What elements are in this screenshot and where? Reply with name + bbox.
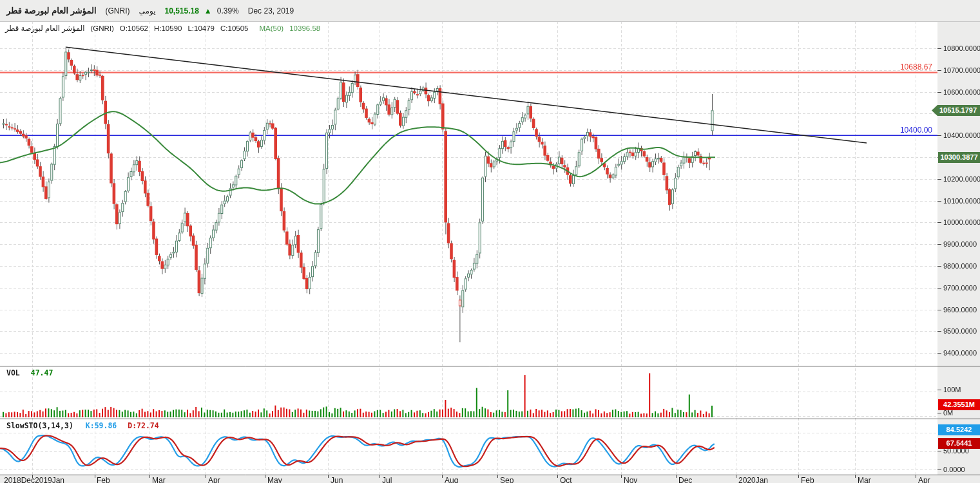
time-axis-month-label: Jul bbox=[382, 476, 392, 483]
volume-indicator-label[interactable]: VOL 47.47 bbox=[6, 368, 53, 377]
price-axis-label: 9400.0000 bbox=[937, 349, 977, 357]
sto-d-tag: 67.5441 bbox=[938, 438, 980, 449]
up-arrow-icon: ▲ bbox=[204, 6, 212, 15]
legend-open: O:10562 bbox=[120, 24, 148, 32]
time-axis-month-label: Oct bbox=[560, 476, 572, 483]
price-axis-label: 10800.0000 bbox=[937, 44, 980, 52]
header-bar: المؤشر العام لبورصة قطر (GNRI) يومي 10,5… bbox=[0, 0, 980, 21]
legend-ma-value: 10396.58 bbox=[289, 24, 320, 32]
instrument-symbol: (GNRI) bbox=[106, 6, 130, 15]
sto-indicator-label[interactable]: SlowSTO(3,14,3) K:59.86 D:72.74 bbox=[6, 421, 159, 430]
time-axis-month-label: 2018Dec bbox=[4, 476, 35, 483]
time-axis-month-label: 2019Jan bbox=[35, 476, 64, 483]
legend-title: المؤشر العام لبورصة قطر bbox=[5, 24, 84, 33]
sto-k-tag: 84.5242 bbox=[938, 424, 980, 435]
legend-high: H:10590 bbox=[154, 24, 182, 32]
sto-d-value: D:72.74 bbox=[128, 421, 159, 430]
price-axis-label: 10700.0000 bbox=[937, 66, 980, 74]
legend-close: C:10505 bbox=[220, 24, 248, 32]
price-axis-label: 10000.0000 bbox=[937, 218, 980, 226]
volume-value-tag: 42.3551M bbox=[938, 399, 980, 410]
instrument-title: المؤشر العام لبورصة قطر bbox=[6, 6, 97, 15]
price-axis-label: 10200.0000 bbox=[937, 175, 980, 183]
time-axis-month-label: Nov bbox=[624, 476, 637, 483]
time-axis-month-label: Feb bbox=[97, 476, 110, 483]
sto-k-value: K:59.86 bbox=[86, 421, 117, 430]
change-percent: 0.39% bbox=[217, 6, 239, 15]
last-price: 10,515.18 bbox=[164, 6, 198, 15]
volume-axis-label: 100M bbox=[937, 386, 961, 393]
legend-ma-label[interactable]: MA(50) bbox=[260, 24, 284, 32]
price-axis-label: 10600.0000 bbox=[937, 88, 980, 96]
time-axis-month-label: May bbox=[267, 476, 282, 483]
quote-date: Dec 23, 2019 bbox=[248, 6, 294, 15]
time-axis-month-label: Aug bbox=[445, 476, 458, 483]
support-line-label[interactable]: 10400.00 bbox=[887, 126, 932, 135]
sto-axis-label: 0.0000 bbox=[937, 466, 965, 473]
time-axis-month-label: Mar bbox=[858, 476, 871, 483]
price-axis-label: 9600.0000 bbox=[937, 306, 977, 314]
last-price-tag: 10515.1797 bbox=[932, 105, 980, 116]
resistance-line-label[interactable]: 10688.67 bbox=[887, 62, 932, 71]
time-axis-month-label: Feb bbox=[801, 476, 814, 483]
price-axis-label: 9700.0000 bbox=[937, 284, 977, 292]
time-axis-month-label: Apr bbox=[918, 476, 930, 483]
ma-value-tag: 10300.3877 bbox=[938, 152, 980, 163]
price-axis-label: 10100.0000 bbox=[937, 197, 980, 205]
time-axis-month-label: Mar bbox=[152, 476, 166, 483]
chart-legend: المؤشر العام لبورصة قطر (GNRI) O:10562 H… bbox=[5, 24, 320, 33]
timeframe-label[interactable]: يومي bbox=[139, 6, 156, 15]
legend-low: L:10479 bbox=[187, 24, 215, 32]
time-axis-month-label: Jun bbox=[331, 476, 343, 483]
price-axis-label: 9500.0000 bbox=[937, 327, 977, 335]
price-axis-label: 9900.0000 bbox=[937, 240, 977, 248]
price-axis-label: 9800.0000 bbox=[937, 262, 977, 270]
volume-value: 47.47 bbox=[31, 368, 53, 377]
chart-canvas[interactable] bbox=[0, 0, 980, 483]
charting-app: المؤشر العام لبورصة قطر (GNRI) يومي 10,5… bbox=[0, 0, 980, 483]
time-axis-month-label: Dec bbox=[678, 476, 692, 483]
time-axis-month-label: Sep bbox=[500, 476, 514, 483]
time-axis-month-label: 2020Jan bbox=[738, 476, 768, 483]
time-axis-month-label: Apr bbox=[208, 476, 220, 483]
price-axis-label: 10400.0000 bbox=[937, 131, 980, 139]
legend-symbol: (GNRI) bbox=[90, 24, 113, 32]
